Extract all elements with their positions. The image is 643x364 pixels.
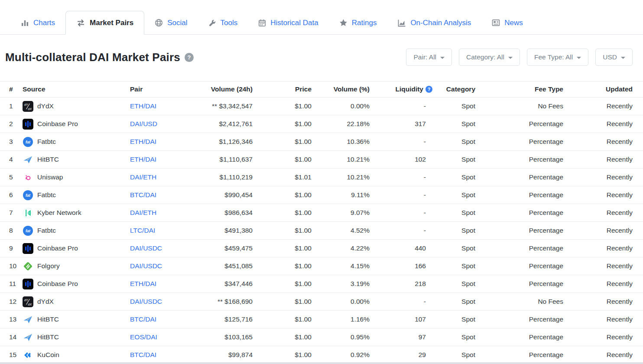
- source-link[interactable]: Folgory: [37, 262, 60, 270]
- volume-pct-cell: 9.11%: [312, 186, 370, 204]
- source-link[interactable]: dYdX: [37, 102, 54, 110]
- volume-pct-cell: 10.21%: [312, 169, 370, 186]
- category-cell: Spot: [432, 98, 475, 115]
- pair-link[interactable]: ETH/DAI: [130, 138, 156, 145]
- category-cell: Spot: [432, 151, 475, 169]
- category-cell: Spot: [432, 311, 475, 328]
- pair-link[interactable]: BTC/DAI: [130, 351, 156, 358]
- tab-market-pairs[interactable]: Market Pairs: [65, 11, 144, 35]
- volume-pct-cell: 10.36%: [312, 133, 370, 151]
- pair-link[interactable]: DAI/USDC: [130, 244, 162, 252]
- col-volume-24h[interactable]: Volume (24h): [195, 81, 253, 98]
- fee-type-cell: Percentage: [475, 240, 563, 257]
- source-link[interactable]: Fatbtc: [37, 191, 56, 199]
- source-link[interactable]: HitBTC: [37, 333, 59, 341]
- tab-ratings[interactable]: Ratings: [329, 11, 387, 34]
- updated-cell: Recently: [563, 186, 643, 204]
- volume-24h-cell: $491,380: [195, 222, 253, 240]
- help-question-icon[interactable]: ?: [185, 53, 194, 62]
- source-link[interactable]: Fatbtc: [37, 227, 56, 234]
- col-volume-pct[interactable]: Volume (%): [312, 81, 370, 98]
- source-link[interactable]: Coinbase Pro: [37, 280, 78, 288]
- price-cell: $1.00: [253, 98, 312, 115]
- col-liquidity-label: Liquidity: [395, 85, 423, 93]
- filter-dropdown-fee-type[interactable]: Fee Type: All: [527, 49, 588, 66]
- tab-on-chain-analysis[interactable]: On-Chain Analysis: [387, 11, 481, 34]
- rank-cell: 13: [0, 311, 20, 328]
- tab-label: Market Pairs: [90, 19, 133, 27]
- col-category[interactable]: Category: [432, 81, 475, 98]
- source-cell: Folgory: [20, 257, 121, 275]
- source-cell: KuCoin: [20, 346, 121, 364]
- calendar-icon: [258, 19, 266, 27]
- col-pair[interactable]: Pair: [121, 81, 195, 98]
- volume-pct-cell: 0.92%: [312, 346, 370, 364]
- col-rank[interactable]: #: [0, 81, 20, 98]
- tab-charts[interactable]: Charts: [10, 11, 65, 34]
- fee-type-cell: Percentage: [475, 257, 563, 275]
- rank-cell: 14: [0, 328, 20, 346]
- category-cell: Spot: [432, 222, 475, 240]
- volume-pct-cell: 0.00%: [312, 98, 370, 115]
- pair-cell: BTC/DAI: [121, 346, 195, 364]
- pair-link[interactable]: BTC/DAI: [130, 191, 156, 198]
- pair-link[interactable]: ETH/DAI: [130, 280, 156, 287]
- price-cell: $1.00: [253, 240, 312, 257]
- hitbtc-exchange-icon: [23, 332, 33, 343]
- pair-cell: DAI/ETH: [121, 169, 195, 186]
- page-title: Multi-collateral DAI Market Pairs ?: [5, 51, 194, 64]
- price-cell: $1.00: [253, 133, 312, 151]
- volume-24h-cell: $103,165: [195, 328, 253, 346]
- filter-dropdown-category[interactable]: Category: All: [459, 49, 520, 66]
- source-link[interactable]: Coinbase Pro: [37, 244, 78, 252]
- filter-dropdown-currency[interactable]: USD: [595, 49, 633, 66]
- pair-link[interactable]: DAI/USD: [130, 120, 157, 127]
- pair-cell: ETH/DAI: [121, 151, 195, 169]
- table-row: 8 fat Fatbtc LTC/DAI $491,380 $1.00 4.52…: [0, 222, 643, 240]
- pair-link[interactable]: DAI/USDC: [130, 298, 162, 305]
- rank-cell: 8: [0, 222, 20, 240]
- pair-link[interactable]: DAI/USDC: [130, 262, 162, 270]
- col-updated[interactable]: Updated: [563, 81, 643, 98]
- pair-link[interactable]: BTC/DAI: [130, 315, 156, 323]
- source-link[interactable]: Coinbase Pro: [37, 120, 78, 128]
- source-link[interactable]: KuCoin: [37, 351, 59, 359]
- fee-type-cell: Percentage: [475, 346, 563, 364]
- fee-type-cell: Percentage: [475, 275, 563, 293]
- source-link[interactable]: Uniswap: [37, 173, 63, 181]
- pair-link[interactable]: ETH/DAI: [130, 102, 156, 110]
- volume-pct-cell: 9.07%: [312, 204, 370, 222]
- source-link[interactable]: Kyber Network: [37, 209, 81, 217]
- tab-news[interactable]: News: [481, 11, 533, 34]
- source-link[interactable]: HitBTC: [37, 315, 59, 323]
- pair-link[interactable]: EOS/DAI: [130, 333, 157, 341]
- rank-cell: 5: [0, 169, 20, 186]
- col-fee-type[interactable]: Fee Type: [475, 81, 563, 98]
- pair-link[interactable]: DAI/ETH: [130, 173, 156, 181]
- pair-link[interactable]: ETH/DAI: [130, 156, 156, 163]
- pair-cell: LTC/DAI: [121, 222, 195, 240]
- source-link[interactable]: Fatbtc: [37, 138, 56, 146]
- tab-historical-data[interactable]: Historical Data: [248, 11, 329, 34]
- source-link[interactable]: HitBTC: [37, 156, 59, 163]
- liquidity-cell: -: [370, 133, 432, 151]
- pair-link[interactable]: LTC/DAI: [130, 227, 155, 234]
- liquidity-question-icon[interactable]: ?: [425, 86, 432, 93]
- col-price[interactable]: Price: [253, 81, 312, 98]
- pair-link[interactable]: DAI/ETH: [130, 209, 156, 216]
- svg-text:dX: dX: [28, 303, 32, 306]
- col-liquidity[interactable]: Liquidity ?: [370, 81, 432, 98]
- rank-cell: 1: [0, 98, 20, 115]
- coinbasepro-exchange-icon: [23, 279, 33, 289]
- bottom-divider: [0, 362, 643, 364]
- tab-tools[interactable]: Tools: [198, 11, 248, 34]
- volume-24h-cell: ** $3,342,547: [195, 98, 253, 115]
- filter-label: Pair: All: [413, 53, 436, 61]
- filter-dropdown-pair[interactable]: Pair: All: [406, 49, 452, 66]
- col-source[interactable]: Source: [20, 81, 121, 98]
- volume-pct-cell: 4.52%: [312, 222, 370, 240]
- kyber-exchange-icon: [23, 208, 33, 218]
- tab-social[interactable]: Social: [144, 11, 198, 34]
- source-link[interactable]: dYdX: [37, 298, 54, 306]
- folgory-exchange-icon: [23, 261, 33, 272]
